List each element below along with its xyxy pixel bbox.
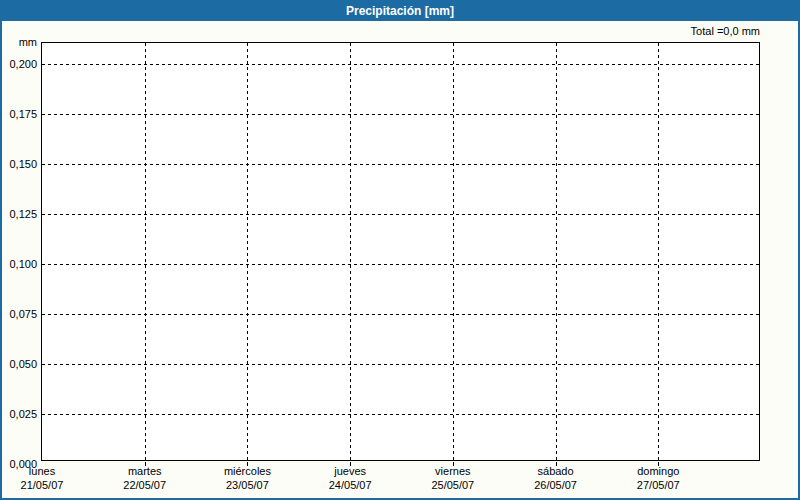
x-axis-tick	[453, 462, 454, 466]
horizontal-gridline	[42, 414, 759, 415]
x-date-label: 27/05/07	[603, 479, 713, 491]
vertical-gridline	[145, 43, 146, 460]
chart-title: Precipitación [mm]	[346, 4, 454, 18]
x-axis-tick	[658, 462, 659, 466]
x-date-label: 26/05/07	[501, 479, 611, 491]
plot-area	[41, 42, 760, 461]
y-tick-label: 0,100	[2, 258, 37, 270]
vertical-gridline	[247, 43, 248, 460]
x-date-label: 24/05/07	[295, 479, 405, 491]
horizontal-gridline	[42, 364, 759, 365]
x-date-label: 23/05/07	[192, 479, 302, 491]
y-tick-label: 0,200	[2, 58, 37, 70]
y-axis-unit-label: mm	[2, 36, 37, 48]
x-date-label: 25/05/07	[398, 479, 508, 491]
y-tick-label: 0,025	[2, 408, 37, 420]
x-date-label: 21/05/07	[0, 479, 97, 491]
y-tick-label: 0,150	[2, 158, 37, 170]
precipitation-chart: Precipitación [mm] Total =0,0 mm mm 0,20…	[0, 0, 800, 500]
x-axis-tick	[145, 462, 146, 466]
vertical-gridline	[658, 43, 659, 460]
vertical-gridline	[350, 43, 351, 460]
horizontal-gridline	[42, 314, 759, 315]
horizontal-gridline	[42, 114, 759, 115]
y-tick-label: 0,125	[2, 208, 37, 220]
x-axis-tick	[247, 462, 248, 466]
x-axis-tick	[556, 462, 557, 466]
y-tick-label: 0,075	[2, 308, 37, 320]
x-day-label: martes	[90, 465, 200, 477]
vertical-gridline	[556, 43, 557, 460]
y-tick-label: 0,050	[2, 358, 37, 370]
x-axis-tick	[350, 462, 351, 466]
x-day-label: domingo	[603, 465, 713, 477]
x-day-label: jueves	[295, 465, 405, 477]
x-day-label: lunes	[0, 465, 97, 477]
vertical-gridline	[453, 43, 454, 460]
horizontal-gridline	[42, 214, 759, 215]
horizontal-gridline	[42, 264, 759, 265]
x-date-label: 22/05/07	[90, 479, 200, 491]
y-tick-label: 0,175	[2, 108, 37, 120]
total-label: Total =0,0 mm	[2, 24, 760, 38]
chart-title-bar: Precipitación [mm]	[2, 2, 798, 21]
x-day-label: viernes	[398, 465, 508, 477]
horizontal-gridline	[42, 64, 759, 65]
x-day-label: miércoles	[192, 465, 302, 477]
horizontal-gridline	[42, 164, 759, 165]
x-day-label: sábado	[501, 465, 611, 477]
